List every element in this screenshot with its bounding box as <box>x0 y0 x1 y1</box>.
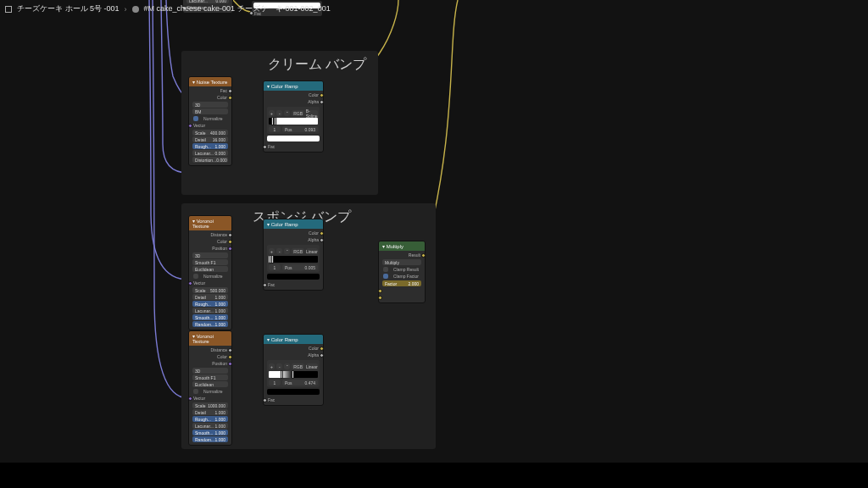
dist-dropdown[interactable]: Euclidean <box>192 266 228 272</box>
in-vector: Vector <box>193 123 205 128</box>
rough-field[interactable]: Rough...1.000 <box>192 143 228 149</box>
ramp-mode[interactable]: RGB <box>292 363 303 369</box>
ramp-pos-field[interactable]: Pos0.474 <box>282 380 318 385</box>
lbl: BM <box>195 109 202 114</box>
ramp-menu-btn[interactable]: ˇ <box>284 248 290 254</box>
scale-field[interactable]: Scale500.000 <box>192 287 228 293</box>
out-fac: Fac <box>220 88 227 93</box>
node-title[interactable]: ▾ Multiply <box>379 241 425 251</box>
ramp-del-btn[interactable]: - <box>276 363 282 369</box>
feat-dropdown[interactable]: Smooth F1 <box>192 374 228 380</box>
ramp-pos-field[interactable]: Pos0.005 <box>282 264 318 270</box>
bc-object[interactable]: チーズケーキ ホール 5号 -001 <box>17 3 120 14</box>
node-title[interactable]: ▾ Color Ramp <box>264 219 323 229</box>
detail-field[interactable]: Detail16.000 <box>192 136 228 142</box>
breadcrumb: チーズケーキ ホール 5号 -001 › #M cake_cheese cake… <box>5 3 331 14</box>
out-color: Color <box>309 92 319 97</box>
ramp-del-btn[interactable]: - <box>276 248 282 254</box>
lbl: 3D <box>195 103 200 108</box>
random-field[interactable]: Random...1.000 <box>192 436 228 442</box>
ramp-color-swatch[interactable] <box>267 389 320 395</box>
ramp-mode[interactable]: RGB <box>292 110 303 116</box>
node-title[interactable]: ▾ Voronoi Texture <box>189 331 231 346</box>
chevron-right-icon: › <box>125 5 127 14</box>
blend-mode[interactable]: Multiply <box>382 259 421 265</box>
rough-field[interactable]: Rough...1.000 <box>192 301 228 307</box>
ramp-add-btn[interactable]: + <box>269 110 275 116</box>
node-color-ramp-2[interactable]: ▾ Color Ramp Color Alpha + - ˇ RGB Linea… <box>263 219 324 291</box>
dim-dropdown[interactable]: 3D <box>192 368 228 374</box>
ramp-idx[interactable]: 1 <box>269 380 281 385</box>
detail-field[interactable]: Detail1.000 <box>192 409 228 415</box>
node-title[interactable]: ▾ Noise Texture <box>189 77 231 86</box>
lbl: Normalize <box>203 116 223 121</box>
rough-field[interactable]: Rough...1.000 <box>192 416 228 422</box>
smooth-field[interactable]: Smooth...1.000 <box>192 430 228 435</box>
ramp-add-btn[interactable]: + <box>269 248 275 254</box>
dim-dropdown[interactable]: 3D <box>192 102 228 108</box>
ramp-menu-btn[interactable]: ˇ <box>284 363 290 369</box>
dim-dropdown[interactable]: 3D <box>192 252 228 258</box>
bottom-letterbox <box>0 463 868 488</box>
node-color-ramp-1[interactable]: ▾ Color Ramp Color Alpha + - ˇ RGB B-Spl… <box>263 80 324 152</box>
node-noise-texture[interactable]: ▾ Noise Texture Fac Color 3D BM Normaliz… <box>188 76 232 166</box>
frame-label: クリーム バンプ <box>268 56 366 74</box>
ramp-add-btn[interactable]: + <box>269 363 275 369</box>
out-result: Result <box>409 252 420 258</box>
scale-field[interactable]: Scale400.000 <box>192 130 228 136</box>
ramp-mode[interactable]: RGB <box>292 248 303 254</box>
node-editor-canvas[interactable]: Scale1.000 Rough...0.300 Lacunar...0.000… <box>0 0 868 488</box>
ramp-del-btn[interactable]: - <box>276 110 282 116</box>
check-normalize[interactable] <box>193 116 198 121</box>
smooth-field[interactable]: Smooth...1.000 <box>192 314 228 320</box>
feat-dropdown[interactable]: Smooth F1 <box>192 259 228 265</box>
scale-field[interactable]: Scale1000.000 <box>192 402 228 408</box>
val: 0.000 <box>215 0 226 3</box>
random-field[interactable]: Random...1.000 <box>192 321 228 327</box>
in-fac: Fac <box>268 144 275 149</box>
ramp-interp[interactable]: B-Spline <box>306 110 318 116</box>
ramp-gradient[interactable] <box>269 371 318 378</box>
ramp-interp[interactable]: Linear <box>306 363 318 369</box>
material-icon <box>132 6 139 13</box>
ramp-pos-field[interactable]: Pos0.093 <box>282 126 318 132</box>
out-color: Color <box>217 95 227 100</box>
lac-field[interactable]: Lacunar...1.000 <box>192 308 228 313</box>
chk-normalize[interactable] <box>193 389 198 394</box>
lac-field[interactable]: Lacunar...0.000 <box>192 150 228 156</box>
factor-field[interactable]: Factor2.000 <box>382 280 421 286</box>
ramp-idx[interactable]: 1 <box>269 264 281 270</box>
node-title[interactable]: ▾ Voronoi Texture <box>189 216 231 230</box>
node-voronoi-1[interactable]: ▾ Voronoi Texture Distance Color Positio… <box>188 215 232 330</box>
chk-clamp-factor[interactable] <box>383 274 388 279</box>
detail-field[interactable]: Detail1.000 <box>192 294 228 300</box>
ramp-color-swatch[interactable] <box>267 136 320 141</box>
mesh-icon <box>5 6 12 13</box>
chk-clamp-result[interactable] <box>383 267 388 272</box>
node-title[interactable]: ▾ Color Ramp <box>264 335 323 344</box>
dist-field[interactable]: Distortion...0.000 <box>192 157 228 163</box>
node-title[interactable]: ▾ Color Ramp <box>264 81 323 91</box>
ramp-menu-btn[interactable]: ˇ <box>284 110 290 116</box>
out-alpha: Alpha <box>308 99 319 104</box>
lac-field[interactable]: Lacunar...1.000 <box>192 423 228 429</box>
ramp-gradient[interactable] <box>269 118 318 125</box>
ramp-gradient[interactable] <box>269 256 318 263</box>
dist-dropdown[interactable]: Euclidean <box>192 381 228 387</box>
node-multiply[interactable]: ▾ Multiply Result Multiply Clamp Result … <box>378 241 426 303</box>
ramp-idx[interactable]: 1 <box>269 126 281 132</box>
ramp-interp[interactable]: Linear <box>306 248 318 254</box>
ramp-color-swatch[interactable] <box>267 274 320 280</box>
node-voronoi-2[interactable]: ▾ Voronoi Texture Distance Color Positio… <box>188 330 232 446</box>
type-dropdown[interactable]: BM <box>192 108 228 114</box>
lbl: Lacunar... <box>189 0 208 3</box>
node-color-ramp-3[interactable]: ▾ Color Ramp Color Alpha + - ˇ RGB Linea… <box>263 334 324 406</box>
bc-material[interactable]: #M cake_cheese cake-001 チーズケーキ-001-002_0… <box>144 3 331 14</box>
chk-normalize[interactable] <box>193 274 198 279</box>
